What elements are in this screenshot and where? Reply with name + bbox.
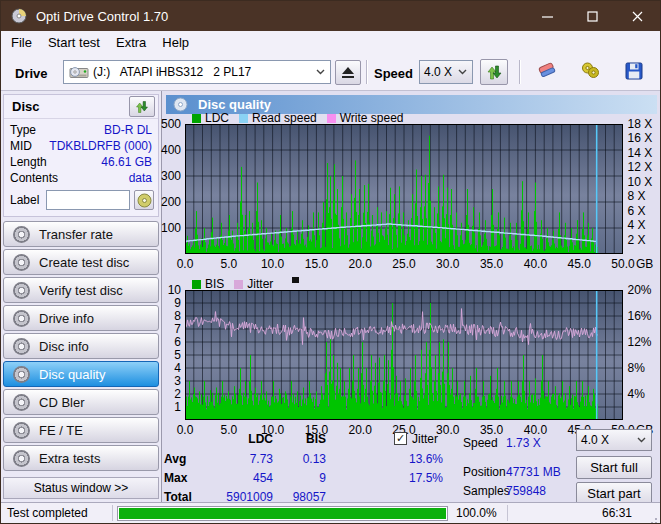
disc-icon [13, 282, 30, 299]
test-speed-value: 4.0 X [581, 433, 609, 447]
erase-disc-button[interactable] [533, 59, 561, 85]
jitter-checkbox-label[interactable]: Jitter [412, 432, 438, 446]
speed-select[interactable]: 4.0 X [419, 60, 473, 84]
y-axis-tick: 14 X [628, 146, 653, 160]
statusbar-separator [507, 505, 508, 521]
statusbar: Test completed 100.0% 66:31 [1, 502, 660, 523]
legend-item: Write speed [327, 112, 404, 124]
toolbar: Drive (J:) ATAPI iHBS312 2 PL17 Speed 4.… [1, 53, 660, 91]
sidebar-item-disc-info[interactable]: Disc info [3, 333, 159, 359]
y-axis-tick: 1 [174, 400, 181, 414]
speed-stat-value: 1.73 X [506, 436, 541, 450]
resize-grip[interactable] [655, 518, 657, 520]
disc-refresh-button[interactable] [129, 96, 155, 117]
menu-file[interactable]: File [3, 31, 40, 53]
disc-label-button[interactable] [134, 190, 154, 210]
legend-label: LDC [205, 112, 229, 124]
status-window-button[interactable]: Status window >> [3, 477, 159, 499]
test-speed-select[interactable]: 4.0 X [576, 429, 652, 451]
disc-label-row: Label [4, 186, 158, 210]
disc-icon [13, 422, 30, 439]
disc-type-label: Type [10, 123, 36, 137]
y-axis-tick: 500 [161, 117, 181, 131]
jitter-max-marker [292, 277, 299, 283]
y-axis-tick: 12 X [628, 160, 653, 174]
sidebar-item-cd-bler[interactable]: CD Bler [3, 389, 159, 415]
max-row-label: Max [164, 471, 187, 485]
save-button[interactable] [620, 59, 648, 85]
legend-swatch [192, 114, 201, 123]
maximize-button[interactable] [570, 1, 615, 31]
x-axis-tick: 10.0 [261, 257, 284, 271]
disc-contents-label: Contents [10, 171, 58, 185]
disc-contents-value[interactable]: data [129, 171, 152, 185]
legend-swatch [192, 280, 201, 289]
ldc-chart-legend: LDCRead speedWrite speed [192, 112, 404, 124]
x-axis-unit: GB [636, 257, 653, 271]
legend-item: BIS [192, 278, 224, 290]
sidebar-item-transfer-rate[interactable]: Transfer rate [3, 221, 159, 247]
menu-extra[interactable]: Extra [108, 31, 154, 53]
menu-start-test[interactable]: Start test [40, 31, 108, 53]
sidebar-item-fe-te[interactable]: FE / TE [3, 417, 159, 443]
legend-label: Jitter [247, 278, 273, 290]
samples-stat-value: 759848 [506, 484, 546, 498]
disc-icon [13, 226, 30, 243]
ldc-chart-x-axis: 0.05.010.015.020.025.030.035.040.045.050… [162, 257, 661, 270]
x-axis-tick: 50.0 [611, 257, 634, 271]
sidebar-item-disc-quality[interactable]: Disc quality [3, 361, 159, 387]
refresh-button[interactable] [480, 59, 508, 85]
y-axis-tick: 7 [174, 322, 181, 336]
minimize-button[interactable] [525, 1, 570, 31]
eject-button[interactable] [335, 60, 361, 85]
y-axis-tick: 6 [174, 335, 181, 349]
titlebar: Opti Drive Control 1.70 [1, 1, 660, 31]
x-axis-tick: 35.0 [480, 257, 503, 271]
disc-label-input[interactable] [46, 190, 130, 210]
disc-icon [13, 338, 30, 355]
menubar: File Start test Extra Help [1, 31, 660, 53]
disc-type-value: BD-R DL [104, 123, 152, 137]
x-axis-tick: 30.0 [436, 257, 459, 271]
sidebar-item-label: Disc info [39, 339, 89, 354]
disc-icon [13, 450, 30, 467]
y-axis-tick: 12% [628, 335, 652, 349]
disc-tools-button[interactable] [576, 59, 604, 85]
max-bis-value: 9 [276, 471, 326, 485]
menu-help[interactable]: Help [154, 31, 197, 53]
position-stat-value: 47731 MB [506, 465, 561, 479]
y-axis-tick: 100 [161, 221, 181, 235]
sidebar-item-label: Verify test disc [39, 283, 123, 298]
start-full-button[interactable]: Start full [576, 456, 652, 479]
bis-chart-block: BISJitter 12345678910 4%8%12%16%20% 0.05… [162, 279, 661, 439]
drive-label: Drive [15, 66, 48, 81]
avg-bis-value: 0.13 [276, 452, 326, 466]
y-axis-tick: 16% [628, 309, 652, 323]
ldc-chart-block: LDCRead speedWrite speed 100200300400500… [162, 113, 661, 273]
disc-quality-panel: Disc quality LDCRead speedWrite speed 10… [162, 91, 661, 502]
sidebar-item-label: Disc quality [39, 367, 105, 382]
save-floppy-icon [625, 62, 643, 83]
drive-select[interactable]: (J:) ATAPI iHBS312 2 PL17 [63, 60, 331, 84]
x-axis-tick: 35.0 [480, 423, 503, 437]
y-axis-tick: 300 [161, 169, 181, 183]
sidebar-item-label: Drive info [39, 311, 94, 326]
chevron-down-icon [458, 69, 472, 75]
sidebar-item-extra-tests[interactable]: Extra tests [3, 445, 159, 471]
disc-mid-value: TDKBLDRFB (000) [49, 139, 152, 153]
window-title: Opti Drive Control 1.70 [36, 9, 168, 24]
max-ldc-value: 454 [193, 471, 273, 485]
legend-item: Jitter [234, 278, 273, 290]
avg-row-label: Avg [164, 452, 186, 466]
progress-fill [119, 508, 446, 519]
legend-item: LDC [192, 112, 229, 124]
sidebar-item-verify-test-disc[interactable]: Verify test disc [3, 277, 159, 303]
close-button[interactable] [615, 1, 660, 31]
start-part-button[interactable]: Start part [576, 482, 652, 504]
sidebar-item-drive-info[interactable]: Drive info [3, 305, 159, 331]
sidebar-item-create-test-disc[interactable]: Create test disc [3, 249, 159, 275]
progress-percent: 100.0% [456, 506, 497, 520]
disc-icon [13, 366, 30, 383]
app-window: Opti Drive Control 1.70 File Start test … [0, 0, 661, 524]
jitter-checkbox[interactable]: ✓ [394, 432, 407, 445]
